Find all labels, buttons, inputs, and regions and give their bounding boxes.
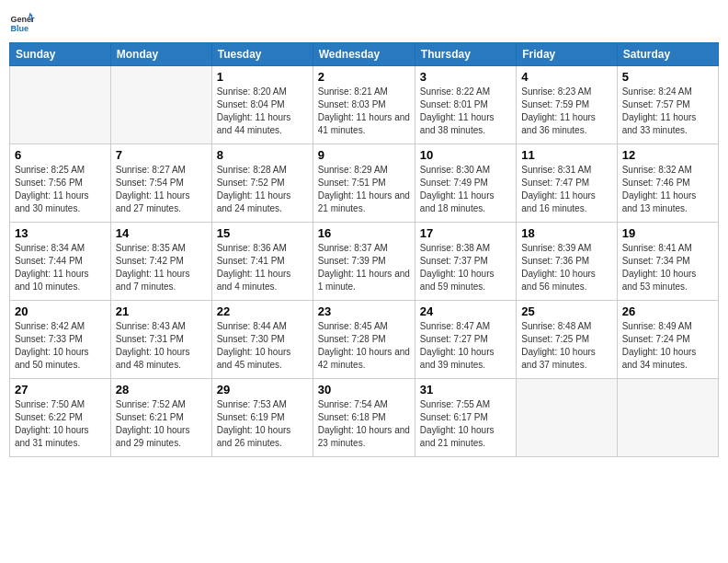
weekday-header-row: SundayMondayTuesdayWednesdayThursdayFrid… [10, 43, 719, 66]
day-number: 3 [420, 70, 511, 84]
calendar-cell: 11Sunrise: 8:31 AM Sunset: 7:47 PM Dayli… [517, 144, 617, 223]
svg-text:Blue: Blue [10, 24, 28, 33]
calendar-cell: 7Sunrise: 8:27 AM Sunset: 7:54 PM Daylig… [110, 144, 211, 223]
day-info: Sunrise: 8:39 AM Sunset: 7:36 PM Dayligh… [521, 242, 611, 293]
day-number: 13 [15, 226, 106, 240]
calendar-cell: 3Sunrise: 8:22 AM Sunset: 8:01 PM Daylig… [415, 66, 516, 144]
day-info: Sunrise: 8:38 AM Sunset: 7:37 PM Dayligh… [420, 242, 511, 293]
day-info: Sunrise: 8:25 AM Sunset: 7:56 PM Dayligh… [15, 164, 106, 215]
day-info: Sunrise: 8:27 AM Sunset: 7:54 PM Dayligh… [116, 164, 207, 215]
calendar-cell [10, 66, 111, 144]
day-number: 18 [521, 226, 611, 240]
day-number: 28 [116, 383, 207, 396]
page-header: General Blue [9, 9, 719, 35]
day-number: 27 [15, 383, 106, 396]
day-number: 5 [622, 70, 713, 84]
calendar-cell: 28Sunrise: 7:52 AM Sunset: 6:21 PM Dayli… [110, 379, 211, 457]
calendar-cell [517, 379, 617, 457]
calendar-cell: 6Sunrise: 8:25 AM Sunset: 7:56 PM Daylig… [10, 144, 111, 223]
calendar-cell: 1Sunrise: 8:20 AM Sunset: 8:04 PM Daylig… [211, 66, 313, 144]
calendar-cell: 23Sunrise: 8:45 AM Sunset: 7:28 PM Dayli… [313, 301, 415, 379]
weekday-header: Friday [517, 43, 617, 66]
day-info: Sunrise: 8:36 AM Sunset: 7:41 PM Dayligh… [217, 242, 308, 293]
calendar-cell: 2Sunrise: 8:21 AM Sunset: 8:03 PM Daylig… [313, 66, 415, 144]
day-info: Sunrise: 8:32 AM Sunset: 7:46 PM Dayligh… [622, 164, 713, 215]
day-info: Sunrise: 8:28 AM Sunset: 7:52 PM Dayligh… [217, 164, 308, 215]
day-number: 1 [217, 70, 308, 84]
day-info: Sunrise: 8:34 AM Sunset: 7:44 PM Dayligh… [15, 242, 106, 293]
day-info: Sunrise: 8:42 AM Sunset: 7:33 PM Dayligh… [15, 320, 106, 372]
calendar-cell: 14Sunrise: 8:35 AM Sunset: 7:42 PM Dayli… [110, 223, 211, 301]
day-number: 22 [217, 304, 308, 318]
day-number: 29 [217, 383, 308, 396]
day-number: 4 [521, 70, 611, 84]
calendar-cell: 10Sunrise: 8:30 AM Sunset: 7:49 PM Dayli… [415, 144, 516, 223]
day-info: Sunrise: 8:29 AM Sunset: 7:51 PM Dayligh… [318, 164, 410, 215]
logo: General Blue [9, 9, 37, 35]
calendar-week-row: 20Sunrise: 8:42 AM Sunset: 7:33 PM Dayli… [10, 301, 719, 379]
calendar-cell: 30Sunrise: 7:54 AM Sunset: 6:18 PM Dayli… [313, 379, 415, 457]
day-number: 15 [217, 226, 308, 240]
day-info: Sunrise: 7:54 AM Sunset: 6:18 PM Dayligh… [318, 398, 410, 450]
calendar-cell: 15Sunrise: 8:36 AM Sunset: 7:41 PM Dayli… [211, 223, 313, 301]
calendar-week-row: 27Sunrise: 7:50 AM Sunset: 6:22 PM Dayli… [10, 379, 719, 457]
calendar-cell: 5Sunrise: 8:24 AM Sunset: 7:57 PM Daylig… [617, 66, 718, 144]
day-number: 16 [318, 226, 410, 240]
day-info: Sunrise: 8:31 AM Sunset: 7:47 PM Dayligh… [521, 164, 611, 215]
calendar-cell: 12Sunrise: 8:32 AM Sunset: 7:46 PM Dayli… [617, 144, 718, 223]
day-number: 12 [622, 148, 713, 162]
day-info: Sunrise: 8:49 AM Sunset: 7:24 PM Dayligh… [622, 320, 713, 372]
day-number: 25 [521, 304, 611, 318]
day-number: 19 [622, 226, 713, 240]
day-info: Sunrise: 8:30 AM Sunset: 7:49 PM Dayligh… [420, 164, 511, 215]
day-number: 20 [15, 304, 106, 318]
day-info: Sunrise: 7:50 AM Sunset: 6:22 PM Dayligh… [15, 398, 106, 450]
calendar-cell: 22Sunrise: 8:44 AM Sunset: 7:30 PM Dayli… [211, 301, 313, 379]
calendar-cell: 18Sunrise: 8:39 AM Sunset: 7:36 PM Dayli… [517, 223, 617, 301]
calendar-cell: 9Sunrise: 8:29 AM Sunset: 7:51 PM Daylig… [313, 144, 415, 223]
day-number: 30 [318, 383, 410, 396]
weekday-header: Monday [110, 43, 211, 66]
calendar-cell: 27Sunrise: 7:50 AM Sunset: 6:22 PM Dayli… [10, 379, 111, 457]
calendar-cell: 24Sunrise: 8:47 AM Sunset: 7:27 PM Dayli… [415, 301, 516, 379]
day-info: Sunrise: 8:41 AM Sunset: 7:34 PM Dayligh… [622, 242, 713, 293]
calendar-cell [617, 379, 718, 457]
calendar-cell: 13Sunrise: 8:34 AM Sunset: 7:44 PM Dayli… [10, 223, 111, 301]
day-info: Sunrise: 8:35 AM Sunset: 7:42 PM Dayligh… [116, 242, 207, 293]
day-number: 23 [318, 304, 410, 318]
day-info: Sunrise: 8:22 AM Sunset: 8:01 PM Dayligh… [420, 86, 511, 137]
weekday-header: Wednesday [313, 43, 415, 66]
day-info: Sunrise: 8:20 AM Sunset: 8:04 PM Dayligh… [217, 86, 308, 137]
day-number: 6 [15, 148, 106, 162]
day-info: Sunrise: 8:23 AM Sunset: 7:59 PM Dayligh… [521, 86, 611, 137]
weekday-header: Sunday [10, 43, 111, 66]
calendar-cell: 31Sunrise: 7:55 AM Sunset: 6:17 PM Dayli… [415, 379, 516, 457]
day-number: 11 [521, 148, 611, 162]
day-info: Sunrise: 8:48 AM Sunset: 7:25 PM Dayligh… [521, 320, 611, 372]
weekday-header: Tuesday [211, 43, 313, 66]
calendar-table: SundayMondayTuesdayWednesdayThursdayFrid… [9, 42, 719, 457]
calendar-cell: 29Sunrise: 7:53 AM Sunset: 6:19 PM Dayli… [211, 379, 313, 457]
calendar-cell: 4Sunrise: 8:23 AM Sunset: 7:59 PM Daylig… [517, 66, 617, 144]
day-number: 14 [116, 226, 207, 240]
calendar-week-row: 1Sunrise: 8:20 AM Sunset: 8:04 PM Daylig… [10, 66, 719, 144]
day-info: Sunrise: 8:24 AM Sunset: 7:57 PM Dayligh… [622, 86, 713, 137]
day-info: Sunrise: 8:47 AM Sunset: 7:27 PM Dayligh… [420, 320, 511, 372]
day-number: 9 [318, 148, 410, 162]
calendar-cell: 17Sunrise: 8:38 AM Sunset: 7:37 PM Dayli… [415, 223, 516, 301]
day-number: 26 [622, 304, 713, 318]
day-info: Sunrise: 8:21 AM Sunset: 8:03 PM Dayligh… [318, 86, 410, 137]
calendar-cell: 19Sunrise: 8:41 AM Sunset: 7:34 PM Dayli… [617, 223, 718, 301]
calendar-week-row: 13Sunrise: 8:34 AM Sunset: 7:44 PM Dayli… [10, 223, 719, 301]
day-info: Sunrise: 8:43 AM Sunset: 7:31 PM Dayligh… [116, 320, 207, 372]
day-info: Sunrise: 7:52 AM Sunset: 6:21 PM Dayligh… [116, 398, 207, 450]
weekday-header: Thursday [415, 43, 516, 66]
day-number: 8 [217, 148, 308, 162]
day-number: 31 [420, 383, 511, 396]
day-number: 21 [116, 304, 207, 318]
day-number: 7 [116, 148, 207, 162]
day-info: Sunrise: 7:53 AM Sunset: 6:19 PM Dayligh… [217, 398, 308, 450]
calendar-cell: 8Sunrise: 8:28 AM Sunset: 7:52 PM Daylig… [211, 144, 313, 223]
day-info: Sunrise: 8:37 AM Sunset: 7:39 PM Dayligh… [318, 242, 410, 293]
day-number: 17 [420, 226, 511, 240]
